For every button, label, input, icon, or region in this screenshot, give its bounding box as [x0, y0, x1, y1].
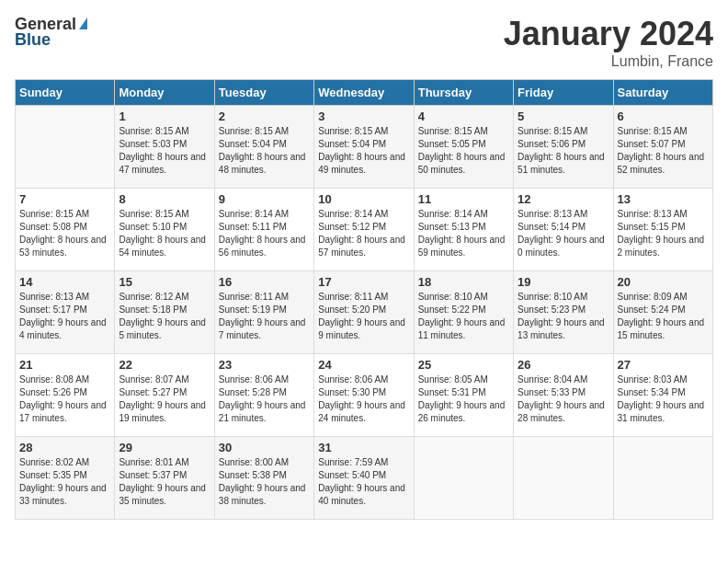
day-detail: Sunrise: 8:01 AMSunset: 5:37 PMDaylight:… [119, 456, 210, 508]
day-number: 9 [219, 192, 310, 206]
day-detail: Sunrise: 8:13 AMSunset: 5:15 PMDaylight:… [618, 208, 709, 259]
day-detail: Sunrise: 8:05 AMSunset: 5:31 PMDaylight:… [418, 373, 509, 425]
day-detail: Sunrise: 8:02 AMSunset: 5:35 PMDaylight:… [19, 456, 110, 508]
calendar-cell: 27Sunrise: 8:03 AMSunset: 5:34 PMDayligh… [613, 354, 712, 437]
calendar-cell: 19Sunrise: 8:10 AMSunset: 5:23 PMDayligh… [514, 271, 613, 354]
day-detail: Sunrise: 8:07 AMSunset: 5:27 PMDaylight:… [119, 373, 210, 425]
day-number: 19 [518, 275, 609, 289]
calendar-week-4: 21Sunrise: 8:08 AMSunset: 5:26 PMDayligh… [16, 354, 713, 437]
day-number: 8 [119, 192, 210, 206]
day-number: 3 [318, 109, 409, 123]
calendar-cell: 26Sunrise: 8:04 AMSunset: 5:33 PMDayligh… [514, 354, 613, 437]
calendar-cell: 20Sunrise: 8:09 AMSunset: 5:24 PMDayligh… [613, 271, 712, 354]
day-detail: Sunrise: 8:10 AMSunset: 5:22 PMDaylight:… [418, 291, 509, 342]
day-number: 6 [618, 109, 709, 123]
day-number: 10 [318, 192, 409, 206]
calendar-cell: 6Sunrise: 8:15 AMSunset: 5:07 PMDaylight… [613, 106, 712, 189]
day-detail: Sunrise: 8:08 AMSunset: 5:26 PMDaylight:… [19, 373, 110, 425]
calendar-cell: 29Sunrise: 8:01 AMSunset: 5:37 PMDayligh… [115, 437, 214, 520]
logo: General Blue [15, 15, 87, 50]
title-section: January 2024 Lumbin, France [504, 15, 713, 70]
calendar-cell: 3Sunrise: 8:15 AMSunset: 5:04 PMDaylight… [314, 106, 414, 189]
calendar-cell: 12Sunrise: 8:13 AMSunset: 5:14 PMDayligh… [514, 189, 613, 271]
weekday-header-row: SundayMondayTuesdayWednesdayThursdayFrid… [16, 80, 713, 106]
day-number: 18 [418, 275, 509, 289]
day-number: 22 [119, 358, 210, 372]
day-number: 11 [418, 192, 509, 206]
day-number: 23 [219, 358, 310, 372]
day-number: 16 [219, 275, 310, 289]
day-detail: Sunrise: 8:15 AMSunset: 5:10 PMDaylight:… [119, 208, 210, 259]
day-number: 28 [19, 441, 110, 454]
calendar-cell: 15Sunrise: 8:12 AMSunset: 5:18 PMDayligh… [115, 271, 214, 354]
day-detail: Sunrise: 8:06 AMSunset: 5:30 PMDaylight:… [318, 373, 409, 425]
calendar-cell: 1Sunrise: 8:15 AMSunset: 5:03 PMDaylight… [115, 106, 214, 189]
day-number: 12 [518, 192, 609, 206]
day-number: 14 [19, 275, 110, 289]
day-number: 7 [19, 192, 110, 206]
calendar-cell [613, 437, 712, 520]
day-detail: Sunrise: 8:15 AMSunset: 5:04 PMDaylight:… [219, 125, 310, 177]
calendar-cell: 30Sunrise: 8:00 AMSunset: 5:38 PMDayligh… [214, 437, 313, 520]
day-detail: Sunrise: 8:15 AMSunset: 5:04 PMDaylight:… [318, 125, 409, 177]
day-detail: Sunrise: 8:03 AMSunset: 5:34 PMDaylight:… [618, 373, 709, 425]
day-number: 5 [518, 109, 609, 123]
day-detail: Sunrise: 8:11 AMSunset: 5:19 PMDaylight:… [219, 291, 310, 342]
day-detail: Sunrise: 8:15 AMSunset: 5:07 PMDaylight:… [618, 125, 709, 177]
calendar-cell [16, 106, 115, 189]
day-detail: Sunrise: 8:14 AMSunset: 5:11 PMDaylight:… [219, 208, 310, 259]
day-detail: Sunrise: 7:59 AMSunset: 5:40 PMDaylight:… [318, 456, 409, 508]
calendar-body: 1Sunrise: 8:15 AMSunset: 5:03 PMDaylight… [16, 106, 713, 520]
calendar-cell: 31Sunrise: 7:59 AMSunset: 5:40 PMDayligh… [314, 437, 414, 520]
calendar-cell: 23Sunrise: 8:06 AMSunset: 5:28 PMDayligh… [214, 354, 313, 437]
calendar-cell [514, 437, 613, 520]
calendar-cell: 21Sunrise: 8:08 AMSunset: 5:26 PMDayligh… [16, 354, 115, 437]
day-number: 2 [219, 109, 310, 123]
day-number: 31 [318, 441, 409, 454]
day-number: 4 [418, 109, 509, 123]
day-detail: Sunrise: 8:13 AMSunset: 5:17 PMDaylight:… [19, 291, 110, 342]
header: General Blue January 2024 Lumbin, France [15, 15, 713, 70]
calendar-cell: 7Sunrise: 8:15 AMSunset: 5:08 PMDaylight… [16, 189, 115, 271]
day-number: 27 [618, 358, 709, 372]
day-detail: Sunrise: 8:09 AMSunset: 5:24 PMDaylight:… [618, 291, 709, 342]
day-detail: Sunrise: 8:11 AMSunset: 5:20 PMDaylight:… [318, 291, 409, 342]
logo-triangle-icon [79, 17, 87, 29]
calendar-week-1: 1Sunrise: 8:15 AMSunset: 5:03 PMDaylight… [16, 106, 713, 189]
day-number: 30 [219, 441, 310, 454]
day-detail: Sunrise: 8:04 AMSunset: 5:33 PMDaylight:… [518, 373, 609, 425]
calendar-cell: 22Sunrise: 8:07 AMSunset: 5:27 PMDayligh… [115, 354, 214, 437]
day-number: 21 [19, 358, 110, 372]
logo-blue-text: Blue [15, 30, 51, 50]
day-detail: Sunrise: 8:06 AMSunset: 5:28 PMDaylight:… [219, 373, 310, 425]
calendar-week-2: 7Sunrise: 8:15 AMSunset: 5:08 PMDaylight… [16, 189, 713, 271]
calendar-cell: 8Sunrise: 8:15 AMSunset: 5:10 PMDaylight… [115, 189, 214, 271]
calendar-cell: 28Sunrise: 8:02 AMSunset: 5:35 PMDayligh… [16, 437, 115, 520]
calendar-week-3: 14Sunrise: 8:13 AMSunset: 5:17 PMDayligh… [16, 271, 713, 354]
calendar-cell: 17Sunrise: 8:11 AMSunset: 5:20 PMDayligh… [314, 271, 414, 354]
calendar-cell: 11Sunrise: 8:14 AMSunset: 5:13 PMDayligh… [414, 189, 513, 271]
day-detail: Sunrise: 8:10 AMSunset: 5:23 PMDaylight:… [518, 291, 609, 342]
calendar-cell: 2Sunrise: 8:15 AMSunset: 5:04 PMDaylight… [214, 106, 313, 189]
calendar-cell: 14Sunrise: 8:13 AMSunset: 5:17 PMDayligh… [16, 271, 115, 354]
day-number: 29 [119, 441, 210, 454]
day-detail: Sunrise: 8:12 AMSunset: 5:18 PMDaylight:… [119, 291, 210, 342]
calendar-table: SundayMondayTuesdayWednesdayThursdayFrid… [15, 79, 713, 520]
weekday-header-wednesday: Wednesday [314, 80, 414, 106]
day-number: 13 [618, 192, 709, 206]
month-title: January 2024 [504, 15, 713, 53]
calendar-cell [414, 437, 513, 520]
calendar-cell: 16Sunrise: 8:11 AMSunset: 5:19 PMDayligh… [214, 271, 313, 354]
day-detail: Sunrise: 8:14 AMSunset: 5:13 PMDaylight:… [418, 208, 509, 259]
day-number: 1 [119, 109, 210, 123]
day-detail: Sunrise: 8:00 AMSunset: 5:38 PMDaylight:… [219, 456, 310, 508]
day-detail: Sunrise: 8:15 AMSunset: 5:05 PMDaylight:… [418, 125, 509, 177]
weekday-header-saturday: Saturday [613, 80, 712, 106]
weekday-header-sunday: Sunday [16, 80, 115, 106]
day-number: 24 [318, 358, 409, 372]
weekday-header-thursday: Thursday [414, 80, 513, 106]
weekday-header-monday: Monday [115, 80, 214, 106]
day-detail: Sunrise: 8:14 AMSunset: 5:12 PMDaylight:… [318, 208, 409, 259]
day-detail: Sunrise: 8:15 AMSunset: 5:06 PMDaylight:… [518, 125, 609, 177]
day-number: 20 [618, 275, 709, 289]
